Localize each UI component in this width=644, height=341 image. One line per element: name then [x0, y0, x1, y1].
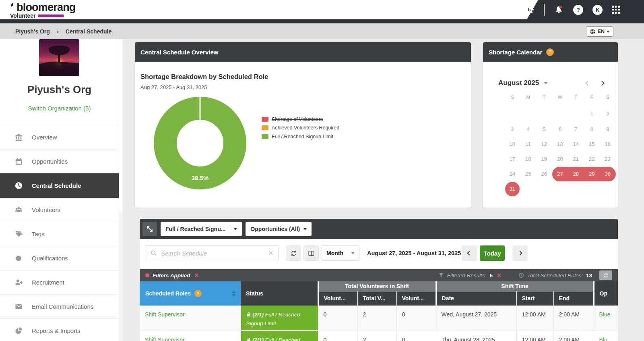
- lock-icon: [246, 312, 251, 317]
- calendar-day-6[interactable]: 6: [552, 122, 568, 137]
- sidebar-item-opportunities[interactable]: Opportunities: [0, 149, 119, 173]
- calendar-day-29[interactable]: 29: [584, 167, 600, 181]
- calendar-day-30[interactable]: 30: [600, 167, 616, 181]
- calendar-day-13[interactable]: 13: [552, 137, 568, 152]
- column-header-end[interactable]: End: [553, 291, 594, 306]
- calendar-day-10[interactable]: 10: [504, 137, 520, 152]
- chart-title: Shortage Breakdown by Scheduled Role: [140, 73, 268, 81]
- sidebar-item-central-schedule[interactable]: Central Schedule: [0, 173, 119, 198]
- search-clear-icon[interactable]: ✕: [268, 250, 273, 257]
- calendar-day-21[interactable]: 21: [568, 152, 584, 166]
- opportunities-filter-dropdown[interactable]: Opportunities (All): [246, 222, 312, 236]
- calendar-prev-icon[interactable]: [585, 81, 590, 86]
- status-filter-dropdown[interactable]: Full / Reached Signu...: [161, 222, 242, 236]
- settings-gear-icon[interactable]: b: [524, 4, 535, 15]
- notifications-bell-icon[interactable]: [554, 5, 564, 15]
- avatar[interactable]: K: [592, 5, 603, 15]
- calendar-day-31[interactable]: 31: [505, 182, 520, 196]
- calendar-day-17[interactable]: 17: [504, 152, 520, 166]
- donut-chart[interactable]: 38.5%: [152, 95, 248, 191]
- calendar-day-15[interactable]: 15: [584, 137, 600, 152]
- end-cell: 2:00 AM: [553, 306, 594, 331]
- column-header-volunteers-2[interactable]: Volunt...: [396, 291, 436, 306]
- calendar-day-11[interactable]: 11: [520, 137, 537, 152]
- donut-slice-label: 38.5%: [192, 175, 209, 181]
- column-header-volunteers-1[interactable]: Volunt...: [318, 291, 357, 306]
- column-header-opportunity[interactable]: Op: [594, 281, 618, 306]
- calendar-day-19[interactable]: 19: [536, 152, 552, 166]
- legend-item-shortage[interactable]: Shortage of Volunteers: [262, 115, 339, 124]
- help-badge-icon[interactable]: ?: [194, 290, 202, 297]
- search-input[interactable]: [161, 250, 264, 257]
- column-header-status[interactable]: Status: [241, 281, 318, 306]
- calendar-day-27[interactable]: 27: [552, 167, 568, 181]
- calendar-icon: [14, 157, 23, 166]
- expand-icon: [146, 225, 154, 233]
- help-badge-icon[interactable]: ?: [546, 48, 554, 56]
- calendar-day-12[interactable]: 12: [536, 137, 552, 152]
- language-selector[interactable]: EN: [586, 26, 613, 37]
- refresh-button[interactable]: [286, 245, 301, 261]
- column-header-scheduled-roles[interactable]: Scheduled Roles ?: [140, 281, 241, 306]
- calendar-day-8[interactable]: 8: [584, 122, 600, 137]
- opportunity-link[interactable]: Blue: [599, 311, 611, 318]
- calendar-day-7[interactable]: 7: [568, 122, 584, 137]
- overview-panel-title: Central Schedule Overview: [140, 49, 218, 56]
- clear-filters-icon[interactable]: ✕: [194, 272, 199, 279]
- app-grid-icon[interactable]: [612, 6, 620, 14]
- sidebar-item-reports-imports[interactable]: Reports & Imports: [0, 318, 119, 341]
- calendar-day-23[interactable]: 23: [600, 152, 616, 166]
- view-mode-select[interactable]: Month: [322, 245, 359, 261]
- calendar-day-18[interactable]: 18: [520, 152, 537, 166]
- sidebar-item-volunteers[interactable]: Volunteers: [0, 198, 119, 222]
- sidebar-item-overview[interactable]: Overview: [0, 125, 119, 149]
- opportunity-link[interactable]: Blu: [599, 337, 607, 341]
- calendar-day-16[interactable]: 16: [600, 137, 616, 152]
- role-link[interactable]: Shift Supervisor: [145, 337, 185, 341]
- calendar-day-5[interactable]: 5: [536, 122, 552, 137]
- table-row[interactable]: Shift Supervisor (2/1) Full / Reached Si…: [140, 306, 618, 331]
- help-icon[interactable]: ?: [573, 5, 583, 15]
- calendar-day-14[interactable]: 14: [568, 137, 584, 152]
- view-mode-value: Month: [326, 250, 343, 256]
- next-period-button[interactable]: [512, 245, 528, 261]
- calendar-next-icon[interactable]: [599, 81, 605, 86]
- calendar-day-25[interactable]: 25: [520, 166, 537, 181]
- sidebar-item-email-communications[interactable]: Email Communications: [0, 294, 119, 318]
- sidebar-item-tags[interactable]: Tags: [0, 222, 119, 246]
- table-row[interactable]: Shift Supervisor (2/1) Full / Reached Si…: [140, 331, 618, 341]
- sidebar-item-qualifications[interactable]: Qualifications: [0, 246, 119, 270]
- table-refresh-button[interactable]: [599, 270, 612, 280]
- calendar-day-22[interactable]: 22: [584, 152, 600, 166]
- switch-organization-link[interactable]: Switch Organization (5): [0, 105, 119, 112]
- legend-item-full[interactable]: Full / Reached Signup Limit: [262, 132, 339, 141]
- org-avatar[interactable]: [39, 39, 79, 76]
- expand-button[interactable]: [142, 222, 157, 236]
- calendar-day-28[interactable]: 28: [568, 167, 584, 181]
- language-label: EN: [598, 29, 605, 34]
- calendar-day-3[interactable]: 3: [504, 122, 520, 137]
- prev-period-button[interactable]: [462, 245, 477, 261]
- column-header-total-volunteers[interactable]: Total V...: [357, 291, 396, 306]
- sidebar-item-recruitment[interactable]: Recruitment: [0, 270, 119, 294]
- calendar-day-2[interactable]: 2: [600, 107, 616, 122]
- clear-results-filter-icon[interactable]: ✕: [497, 272, 502, 279]
- calendar-day-26[interactable]: 26: [536, 166, 552, 181]
- content-scrollbar[interactable]: [119, 39, 123, 341]
- today-button[interactable]: Today: [480, 245, 505, 261]
- legend-item-achieved[interactable]: Achieved Volunteers Required: [262, 124, 339, 133]
- calendar-month-label[interactable]: August 2025: [498, 79, 539, 87]
- calendar-day-9[interactable]: 9: [600, 122, 616, 137]
- calendar-day-1[interactable]: 1: [584, 107, 600, 122]
- calendar-day-24[interactable]: 24: [504, 166, 520, 181]
- sort-icon[interactable]: [232, 291, 236, 296]
- app-window: bloomerang Volunteer b: [0, 0, 644, 341]
- role-link[interactable]: Shift Supervisor: [145, 311, 185, 318]
- breadcrumb-org[interactable]: Piyush's Org: [15, 28, 50, 35]
- calendar-day-20[interactable]: 20: [552, 152, 568, 166]
- column-header-date[interactable]: Date: [436, 291, 516, 306]
- split-view-button[interactable]: [303, 245, 319, 261]
- calendar-weekday-row: S M T W T F S: [504, 95, 616, 100]
- calendar-day-4[interactable]: 4: [520, 122, 537, 137]
- column-header-start[interactable]: Start: [516, 291, 553, 306]
